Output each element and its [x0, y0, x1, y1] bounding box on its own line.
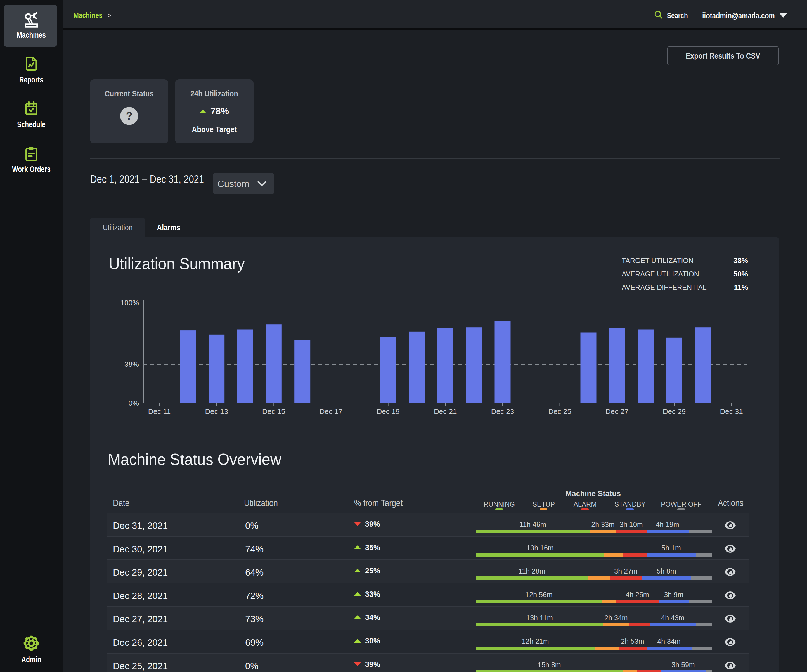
svg-text:Dec 19: Dec 19 [377, 407, 399, 416]
svg-text:Dec 27: Dec 27 [606, 407, 628, 416]
svg-text:100%: 100% [121, 299, 139, 307]
svg-text:Dec 31: Dec 31 [720, 407, 743, 416]
svg-text:Dec 25: Dec 25 [548, 407, 571, 416]
svg-text:Dec 23: Dec 23 [491, 407, 514, 416]
svg-text:Dec 29: Dec 29 [663, 407, 686, 416]
svg-text:38%: 38% [125, 360, 139, 368]
svg-text:Dec 13: Dec 13 [205, 407, 228, 416]
svg-text:Dec 11: Dec 11 [148, 407, 171, 416]
svg-text:Dec 17: Dec 17 [319, 407, 342, 416]
svg-text:Dec 21: Dec 21 [434, 407, 457, 416]
svg-text:0%: 0% [128, 399, 139, 407]
svg-text:Dec 15: Dec 15 [262, 407, 285, 416]
